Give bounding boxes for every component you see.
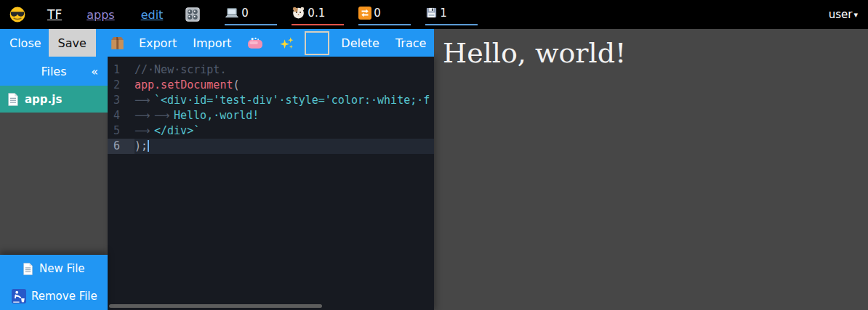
- hamster-stat[interactable]: 0.1: [292, 4, 344, 25]
- soap-icon: [247, 37, 263, 49]
- control-knobs-button[interactable]: [185, 7, 201, 23]
- package-icon: [109, 35, 126, 52]
- code-editor[interactable]: 1//·New·script.2app.setDocument(3⟶`<div·…: [108, 57, 434, 310]
- sidebar-actions: New File Remove File: [0, 255, 108, 310]
- collapse-sidebar-button[interactable]: «: [91, 57, 98, 86]
- code-text: //·New·script.: [134, 62, 226, 78]
- code-text: app.setDocument(: [134, 78, 240, 93]
- editor-toolbar: Close Save Export Import Delete Trace: [0, 29, 434, 57]
- save-button[interactable]: Save: [49, 29, 96, 57]
- files-panel-header: Files «: [0, 57, 108, 86]
- code-line-5[interactable]: 5⟶</div>`: [108, 123, 434, 139]
- remove-file-button[interactable]: Remove File: [0, 282, 108, 310]
- import-button[interactable]: Import: [193, 36, 231, 50]
- new-file-button[interactable]: New File: [0, 255, 108, 282]
- repeat-icon: [358, 7, 371, 20]
- sparkles-button[interactable]: [279, 36, 294, 51]
- soap-button[interactable]: [247, 37, 263, 49]
- code-text: ⟶</div>`: [134, 123, 200, 139]
- topbar-link-tf[interactable]: TF: [47, 7, 62, 22]
- floppy-icon: [425, 7, 438, 19]
- document-preview: Hello, world!: [434, 29, 868, 310]
- code-line-6[interactable]: 6);: [108, 139, 434, 154]
- code-lines: 1//·New·script.2app.setDocument(3⟶`<div·…: [108, 57, 434, 154]
- code-line-2[interactable]: 2app.setDocument(: [108, 78, 434, 93]
- hamster-icon: [292, 6, 305, 20]
- topbar-link-apps[interactable]: apps: [87, 8, 114, 22]
- chevron-down-icon: ▾: [853, 10, 858, 20]
- file-name: app.js: [25, 93, 62, 106]
- line-number: 5: [108, 123, 134, 139]
- preview-hello-text: Hello, world!: [443, 38, 859, 69]
- control-knobs-icon: [185, 7, 201, 23]
- sunglasses-emoji-icon: [9, 7, 25, 23]
- files-panel-title: Files: [41, 65, 66, 78]
- package-button[interactable]: [109, 35, 126, 52]
- line-number: 6: [108, 139, 134, 154]
- new-file-label: New File: [39, 262, 85, 275]
- code-text: ⟶`<div·id='test-div'·style='color:·white…: [134, 93, 430, 108]
- blank-button[interactable]: [305, 31, 329, 55]
- brand-menu[interactable]: [9, 7, 25, 23]
- laptop-stat-value: 0: [241, 7, 249, 20]
- line-number: 4: [108, 108, 134, 123]
- code-text: );: [134, 139, 149, 154]
- trace-button[interactable]: Trace: [395, 36, 426, 50]
- file-item-appjs[interactable]: app.js: [0, 86, 108, 113]
- top-bar: TF apps edit 0 0.1: [0, 0, 868, 29]
- floppy-stat-value: 1: [440, 7, 447, 20]
- line-number: 2: [108, 78, 134, 93]
- text-cursor: [148, 140, 149, 152]
- repeat-stat-value: 0: [374, 7, 381, 20]
- repeat-stat[interactable]: 0: [358, 4, 411, 25]
- line-number: 1: [108, 62, 134, 78]
- user-menu[interactable]: user ▾: [829, 8, 858, 21]
- file-page-icon: [7, 92, 19, 107]
- export-button[interactable]: Export: [139, 36, 177, 50]
- line-number: 3: [108, 93, 134, 108]
- remove-file-label: Remove File: [31, 290, 97, 303]
- delete-button[interactable]: Delete: [341, 36, 379, 50]
- code-line-1[interactable]: 1//·New·script.: [108, 62, 434, 78]
- floppy-stat[interactable]: 1: [425, 4, 478, 25]
- hamster-stat-value: 0.1: [308, 7, 325, 20]
- litter-bin-icon: [12, 289, 26, 303]
- sparkles-icon: [279, 36, 294, 51]
- laptop-stat[interactable]: 0: [225, 4, 277, 25]
- code-line-3[interactable]: 3⟶`<div·id='test-div'·style='color:·whit…: [108, 93, 434, 108]
- close-button[interactable]: Close: [9, 36, 41, 50]
- horizontal-scrollbar-thumb[interactable]: [109, 304, 322, 308]
- topbar-link-edit[interactable]: edit: [141, 8, 164, 22]
- code-text: ⟶⟶Hello,·world!: [134, 108, 259, 123]
- laptop-icon: [225, 6, 239, 20]
- user-menu-label: user: [829, 8, 853, 21]
- new-file-page-icon: [23, 262, 33, 276]
- code-line-4[interactable]: 4⟶⟶Hello,·world!: [108, 108, 434, 123]
